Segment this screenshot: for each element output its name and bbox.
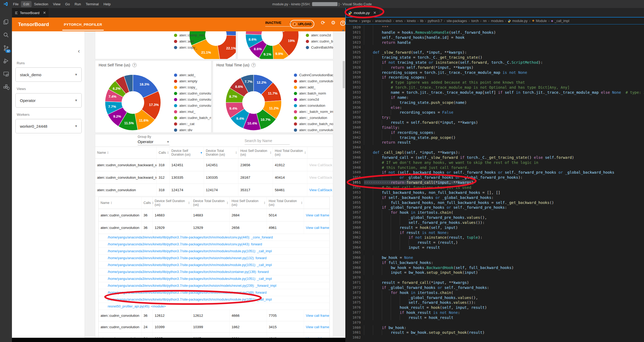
line-number: 1055 [345, 200, 364, 205]
breadcrumb-item[interactable]: home [349, 19, 357, 23]
callstack-link[interactable]: View call frames [306, 325, 329, 329]
callstack-path-link[interactable]: /home/yangu/anaconda3/envs/kineto/lib/py… [99, 241, 329, 248]
menu-terminal[interactable]: Terminal [83, 1, 101, 7]
column-header[interactable]: Device Self Duration (us)▼ [169, 147, 204, 159]
breadcrumb[interactable]: home›yangu›anaconda3›envs›kineto›lib›pyt… [345, 18, 644, 24]
table-cell: 318 [157, 184, 169, 196]
upload-button[interactable]: i UPLOAD [290, 20, 314, 28]
menu-edit[interactable]: Edit [21, 1, 32, 7]
column-header[interactable]: Host Total Duration (us)▲▼ [267, 197, 304, 209]
explorer-icon[interactable] [0, 16, 12, 28]
run-status-dropdown[interactable]: INACTIVE▼ [265, 21, 292, 27]
line-number: 1036 [345, 105, 364, 110]
line-number: 1062 [345, 235, 364, 240]
menu-go[interactable]: Go [63, 1, 72, 7]
breadcrumb-item[interactable]: anaconda3 [375, 19, 391, 23]
column-header[interactable]: Host Total Duration (us)▲▼ [273, 147, 307, 159]
sort-icons: ▲▼ [107, 151, 109, 154]
svg-text:9.1%: 9.1% [263, 52, 271, 56]
help-tooltip-icon[interactable]: ? [132, 63, 137, 67]
column-header[interactable]: Calls▲▼ [157, 147, 169, 159]
callstack-path-link[interactable]: /home/yangu/anaconda3/envs/kineto/lib/py… [99, 268, 329, 275]
group-by-select[interactable]: Operator▼ [138, 139, 169, 145]
breadcrumb-item[interactable]: site-packages [447, 19, 467, 23]
breadcrumb-item[interactable]: yangu [362, 19, 371, 23]
code-editor[interactable]: 1020 """1021 handle = hooks.RemovableHan… [345, 25, 644, 342]
menu-file[interactable]: File [11, 1, 21, 7]
menu-selection[interactable]: Selection [32, 1, 50, 7]
extensions-icon[interactable] [0, 81, 12, 93]
breadcrumb-item[interactable]: envs [396, 19, 403, 23]
sort-icons: ▲▼ [188, 201, 190, 204]
refresh-icon[interactable]: ⟳ [321, 20, 325, 26]
close-tab-icon[interactable]: ✕ [43, 11, 46, 15]
table-cell: 318 [157, 159, 169, 171]
breadcrumb-item[interactable]: lib [420, 19, 424, 23]
runs-select[interactable]: stack_demo▼ [15, 67, 82, 82]
run-debug-icon[interactable] [0, 55, 12, 67]
legend-item: aten::clamp_min [174, 32, 204, 38]
breadcrumb-item[interactable]: torch [471, 19, 479, 23]
code-line: 1040 finally: [345, 125, 644, 130]
breadcrumb-item[interactable]: ◈_call_impl [551, 19, 569, 23]
svg-text:10.4%: 10.4% [247, 121, 257, 125]
table-cell: 23656 [238, 159, 273, 171]
tab-pytorch-profiler[interactable]: PYTORCH_PROFILER [62, 18, 104, 31]
callstack-path-link[interactable]: /home/yangu/anaconda3/envs/kineto/lib/py… [99, 234, 329, 241]
column-header[interactable]: Host Self Duration (us)▲▼ [230, 197, 267, 209]
breadcrumb-item[interactable]: python3.7 [428, 19, 442, 23]
menu-view[interactable]: View [51, 1, 63, 7]
remote-explorer-icon[interactable] [0, 68, 12, 80]
help-tooltip-icon[interactable]: ? [251, 63, 256, 67]
workers-select[interactable]: worker0_24448▼ [15, 119, 82, 133]
breadcrumb-item[interactable]: ❖Module [532, 19, 547, 23]
column-header[interactable]: Device Total Duration (us)▲▼ [191, 197, 230, 209]
callstack-link[interactable]: View call frames [306, 213, 329, 217]
code-line: 1073 for hook in itertools.chain( [345, 290, 644, 295]
menu-run[interactable]: Run [72, 1, 83, 7]
callstack-path-link[interactable]: /home/yangu/anaconda3/envs/kineto/lib/py… [99, 282, 329, 289]
collapse-sidebar-icon[interactable]: ‹ [78, 48, 80, 55]
callstack-path-link[interactable]: /home/yangu/anaconda3/envs/kineto/lib/py… [99, 289, 329, 296]
legend-item: aten::cudnn_convolution_ba... [174, 102, 211, 109]
breadcrumb-item[interactable]: nn [483, 19, 487, 23]
column-header[interactable]: Name▲▼ [95, 147, 157, 159]
callstack-link[interactable]: View CallStack [309, 188, 332, 192]
table-cell: 12612 [191, 310, 230, 321]
callstack-path-link[interactable]: /home/yangu/anaconda3/envs/kineto/lib/py… [99, 248, 329, 255]
legend-dot [174, 104, 177, 107]
views-select[interactable]: Operator▼ [15, 93, 82, 108]
breadcrumb-item[interactable]: modules [491, 19, 503, 23]
callstack-link[interactable]: View call frames [306, 314, 329, 318]
source-control-icon[interactable]: 12 [0, 42, 12, 54]
breadcrumb-separator: › [372, 19, 373, 23]
tab-module-py[interactable]: module.py ✕ [345, 8, 379, 18]
menu-help[interactable]: Help [101, 1, 113, 7]
close-tab-icon[interactable]: ✕ [373, 11, 376, 15]
callstack-path-link[interactable]: resnet50_profiler_api.py(45): <module> [99, 303, 329, 310]
legend-item: aten::div [174, 127, 211, 133]
search-by-name-input[interactable]: Search by Name [245, 139, 290, 145]
callstack-path-link[interactable]: /home/yangu/anaconda3/envs/kineto/lib/py… [99, 255, 329, 262]
callstack-path-link-circled[interactable]: /home/yangu/anaconda3/envs/kineto/lib/py… [99, 296, 329, 303]
breadcrumb-item[interactable]: kineto [407, 19, 416, 23]
search-icon[interactable] [0, 29, 12, 41]
scroll-up-arrow-icon[interactable] [342, 29, 345, 31]
callstack-link[interactable]: View call frames [306, 226, 329, 230]
help-icon[interactable]: ? [340, 20, 345, 26]
breadcrumb-item[interactable]: module.py [508, 19, 528, 23]
column-header[interactable]: Host Self Duration (us)▲▼ [238, 147, 273, 159]
column-header[interactable]: Calls▲▼ [142, 197, 153, 209]
tab-tensorboard[interactable]: TensorBoard ✕ [12, 8, 49, 18]
host-self-time-legend: aten::add_aten::emptyaten::copy_aten::cu… [174, 72, 211, 133]
table-cell: 10399 [191, 321, 230, 332]
column-header[interactable]: Device Total Duration (us)▲▼ [204, 147, 238, 159]
device-total-time-card: 19%9.9%9.1%8.6%8.6% aten::conv2daten::cu… [237, 31, 333, 59]
info-icon: i [293, 22, 297, 26]
callstack-path-link[interactable]: /home/yangu/anaconda3/envs/kineto/lib/py… [99, 275, 329, 282]
webview-scrollbar-thumb[interactable] [343, 61, 345, 88]
callstack-path-link[interactable]: /home/yangu/anaconda3/envs/kineto/lib/py… [99, 262, 329, 268]
column-header[interactable]: Device Self Duration (us)▲▼ [153, 197, 191, 209]
column-header[interactable]: Name▲▼ [99, 197, 142, 209]
gear-icon[interactable]: ⚙ [331, 20, 336, 26]
